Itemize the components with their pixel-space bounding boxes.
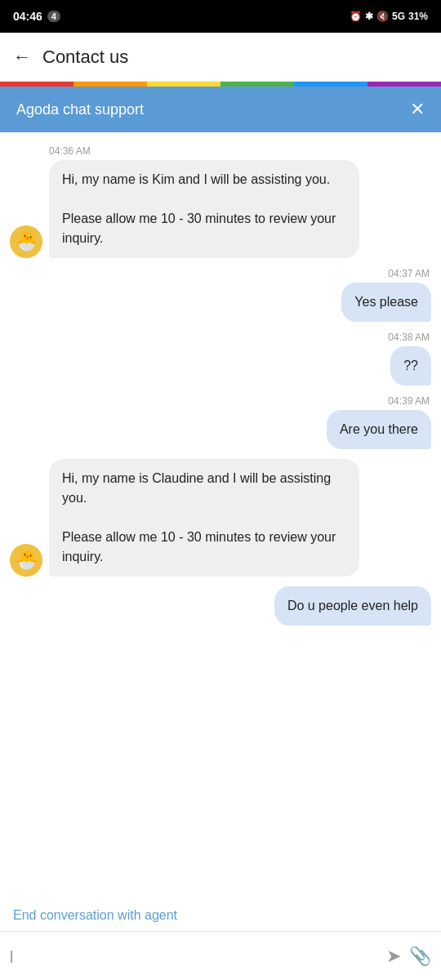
signal-icon: 5G: [392, 11, 405, 22]
volume-icon: 🔇: [376, 11, 389, 22]
msg-row-3: ??: [390, 346, 431, 385]
bubble-6: Do u people even help: [274, 586, 431, 626]
end-conversation-button[interactable]: End conversation with agent: [0, 900, 441, 931]
message-group-3: 04:38 AM ??: [10, 332, 431, 385]
message-group-2: 04:37 AM Yes please: [10, 268, 431, 322]
bubble-3: ??: [390, 346, 431, 385]
timestamp-2: 04:37 AM: [386, 268, 431, 279]
message-group-5: 🐣 Hi, my name is Claudine and I will be …: [10, 459, 431, 577]
chat-area: 04:36 AM 🐣 Hi, my name is Kim and I will…: [0, 132, 441, 900]
battery-display: 31%: [408, 11, 428, 22]
status-left: 04:46 4: [13, 10, 60, 23]
timestamp-4: 04:39 AM: [386, 395, 431, 407]
msg-row-4: Are you there: [327, 410, 431, 449]
input-bar: ➤ 📎: [0, 931, 441, 980]
status-bar: 04:46 4 ⏰ ✱ 🔇 5G 31%: [0, 0, 441, 33]
msg-row-1: 🐣 Hi, my name is Kim and I will be assis…: [10, 160, 359, 258]
message-group-6: Do u people even help: [10, 586, 431, 626]
avatar-1: 🐣: [10, 225, 42, 258]
send-button[interactable]: ➤: [386, 946, 401, 967]
page-title: Contact us: [42, 47, 128, 68]
bubble-5: Hi, my name is Claudine and I will be as…: [49, 459, 359, 577]
msg-row-2: Yes please: [341, 283, 431, 322]
bubble-4: Are you there: [327, 410, 431, 449]
message-group-4: 04:39 AM Are you there: [10, 395, 431, 449]
chat-header-title: Agoda chat support: [16, 101, 144, 118]
status-right: ⏰ ✱ 🔇 5G 31%: [350, 11, 428, 22]
back-button[interactable]: ←: [13, 47, 31, 68]
bubble-1: Hi, my name is Kim and I will be assisti…: [49, 160, 359, 258]
message-input[interactable]: [10, 949, 378, 964]
close-chat-button[interactable]: ✕: [410, 99, 425, 120]
timestamp-3: 04:38 AM: [386, 332, 431, 343]
timestamp-1: 04:36 AM: [10, 145, 92, 157]
bubble-2: Yes please: [341, 283, 431, 322]
page-header: ← Contact us: [0, 33, 441, 82]
avatar-2: 🐣: [10, 544, 42, 577]
msg-row-5: 🐣 Hi, my name is Claudine and I will be …: [10, 459, 359, 577]
alarm-icon: ⏰: [350, 11, 362, 22]
chat-header: Agoda chat support ✕: [0, 87, 441, 132]
attach-button[interactable]: 📎: [409, 946, 431, 967]
message-group-1: 04:36 AM 🐣 Hi, my name is Kim and I will…: [10, 145, 431, 258]
msg-row-6: Do u people even help: [274, 586, 431, 626]
bluetooth-icon: ✱: [365, 11, 373, 22]
notification-badge: 4: [47, 11, 60, 22]
time-display: 04:46: [13, 10, 42, 23]
